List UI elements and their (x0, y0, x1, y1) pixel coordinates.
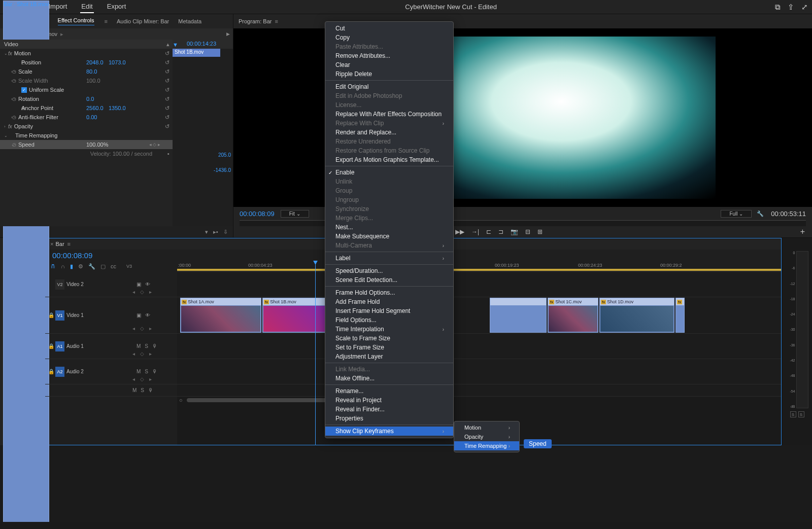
speed-value[interactable]: 100.00% (86, 142, 108, 148)
track-target-a1[interactable]: A1 (55, 341, 64, 351)
ctx-clear[interactable]: Clear (325, 60, 453, 69)
track-target-v1[interactable]: V1 (55, 310, 64, 321)
reset-icon[interactable]: ↺ (165, 105, 170, 112)
lock-icon[interactable]: 🔒 (48, 343, 55, 349)
disclosure-icon[interactable]: ⌄ (4, 51, 8, 56)
ctx-frame-hold-options-[interactable]: Frame Hold Options... (325, 288, 453, 297)
ctx-reveal-in-finder-[interactable]: Reveal in Finder... (325, 405, 453, 414)
marker-icon[interactable]: ▮ (70, 263, 73, 270)
reset-icon[interactable]: ↺ (165, 78, 170, 84)
ctx-export-as-motion-graphics-template-[interactable]: Export As Motion Graphics Template... (325, 155, 453, 164)
workspace-export[interactable]: Export (106, 1, 127, 13)
uniform-scale-checkbox[interactable]: ✓ (21, 87, 27, 93)
scroll-up-icon[interactable]: ▴ (166, 41, 170, 48)
context-menu[interactable]: CutCopyPaste Attributes...Remove Attribu… (325, 21, 454, 438)
timeline-scrollbar[interactable]: ○ (177, 397, 781, 404)
extract-button[interactable]: ⊞ (537, 228, 543, 235)
fx-clip-chip[interactable]: Shot 1B.mov (173, 49, 220, 57)
overwrite-icon[interactable]: ⇩ (223, 229, 228, 235)
zoom-fit-select[interactable]: Fit ⌄ (281, 210, 309, 218)
toggle-visibility-icon[interactable]: 👁 (145, 312, 150, 318)
reset-icon[interactable]: ↺ (165, 96, 170, 102)
clip-shot-1a[interactable]: fxShot 1A.mov (180, 298, 261, 333)
tab-effect-controls[interactable]: Effect Controls (58, 17, 94, 25)
clip-shot-1c[interactable]: fxShot 1C.mov (548, 298, 598, 333)
rotation-value[interactable]: 0.0 (86, 96, 94, 102)
anchor-x[interactable]: 2560.0 (86, 105, 104, 111)
timeline-tracks[interactable]: :00:00 00:00:04:23 00:00:09:23 00:00:19:… (177, 261, 781, 445)
keyframe-diamond-icon[interactable]: ◇ (140, 289, 144, 295)
workspace-edit[interactable]: Edit (80, 1, 93, 13)
mute-icon[interactable]: M (137, 369, 141, 374)
ctx-properties[interactable]: Properties (325, 414, 453, 423)
stopwatch-icon[interactable]: ◷ (12, 96, 18, 101)
solo-l[interactable]: S (790, 411, 796, 417)
stopwatch-icon[interactable]: ◷ (12, 115, 18, 120)
step-forward-button[interactable]: ▶▶ (455, 228, 464, 235)
disclosure-icon[interactable]: ⌄ (4, 143, 12, 147)
reset-icon[interactable]: ↺ (165, 68, 170, 75)
record-icon[interactable]: 🎙 (152, 343, 157, 349)
reset-icon[interactable]: ↺ (165, 59, 170, 66)
ctx-add-frame-hold[interactable]: Add Frame Hold (325, 297, 453, 306)
clip-shot-1d[interactable]: fxShot 1D.mov (599, 298, 674, 333)
stopwatch-icon[interactable]: ◷ (12, 142, 18, 147)
position-x[interactable]: 2048.0 (86, 59, 104, 65)
export-frame-button[interactable]: 📷 (511, 228, 518, 235)
lock-icon[interactable]: 🔒 (48, 312, 55, 318)
panel-menu-icon[interactable]: ≡ (105, 18, 108, 24)
stopwatch-icon[interactable]: ◷ (12, 69, 18, 74)
time-remapping-effect[interactable]: Time Remapping (15, 132, 57, 138)
track-v3-mini[interactable]: V3 (126, 264, 132, 269)
playhead[interactable] (315, 261, 316, 445)
context-sub-speed[interactable]: Speed (524, 439, 552, 448)
ctx-insert-frame-hold-segment[interactable]: Insert Frame Hold Segment (325, 306, 453, 315)
panel-menu-icon[interactable]: ≡ (275, 18, 278, 24)
tab-metadata[interactable]: Metadata (178, 18, 201, 24)
clip-tail[interactable]: fx (675, 298, 685, 333)
reset-icon[interactable]: ↺ (165, 114, 170, 121)
program-video[interactable] (233, 28, 812, 207)
resolution-select[interactable]: Full ⌄ (721, 210, 752, 218)
ctx-remove-attributes-[interactable]: Remove Attributes... (325, 51, 453, 60)
record-icon[interactable]: 🎙 (152, 369, 157, 374)
add-track-icon[interactable]: ▢ (100, 263, 106, 270)
reset-icon[interactable]: ↺ (165, 50, 170, 57)
ctx-scale-to-frame-size[interactable]: Scale to Frame Size (325, 334, 453, 343)
close-tab-icon[interactable]: × (50, 241, 53, 247)
sequence-name[interactable]: Bar (55, 241, 64, 247)
ctx-nest-[interactable]: Nest... (325, 223, 453, 232)
insert-icon[interactable]: ▸▪ (213, 229, 218, 235)
ctx-render-and-replace-[interactable]: Render and Replace... (325, 128, 453, 137)
ctx-enable[interactable]: ✓Enable (325, 168, 453, 177)
settings-icon[interactable]: 🔧 (757, 210, 764, 217)
timeline-timecode[interactable]: 00:00:08:09 (52, 251, 92, 260)
program-timecode[interactable]: 00:00:08:09 (240, 210, 275, 218)
workspace-import[interactable]: Import (47, 1, 68, 13)
context-submenu[interactable]: Motion›Opacity›Time Remapping› (454, 421, 520, 452)
disclosure-icon[interactable]: › (4, 124, 8, 129)
ctx-replace-with-after-effects-composition[interactable]: Replace With After Effects Composition (325, 110, 453, 119)
stopwatch-icon[interactable]: ◷ (4, 105, 21, 111)
toggle-output-icon[interactable]: ▣ (137, 312, 141, 318)
mute-icon[interactable]: M (137, 343, 141, 349)
ctxsub-opacity[interactable]: Opacity› (454, 432, 519, 441)
lift-button[interactable]: ⊟ (525, 228, 530, 235)
ctx-ripple-delete[interactable]: Ripple Delete (325, 69, 453, 79)
track-target-v2[interactable]: V2 (55, 279, 64, 290)
add-button-icon[interactable]: + (800, 227, 805, 236)
ctx-rename-[interactable]: Rename... (325, 386, 453, 396)
toggle-visibility-icon[interactable]: 👁 (145, 281, 150, 287)
anchor-y[interactable]: 1350.0 (109, 105, 126, 111)
ctxsub-time-remapping[interactable]: Time Remapping› (454, 441, 519, 450)
track-target-a2[interactable]: A2 (55, 367, 64, 377)
antiflicker-value[interactable]: 0.00 (86, 114, 97, 120)
ctx-field-options-[interactable]: Field Options... (325, 315, 453, 325)
mark-out-button[interactable]: ⊐ (498, 228, 503, 235)
disclosure-icon[interactable]: › (4, 97, 12, 101)
solo-icon[interactable]: S (145, 369, 148, 374)
keyframe-diamond-icon[interactable]: ◇ (140, 326, 144, 331)
linked-selection-icon[interactable]: ∩ (61, 263, 65, 269)
ctx-label[interactable]: Label› (325, 254, 453, 263)
position-y[interactable]: 1073.0 (109, 59, 126, 65)
